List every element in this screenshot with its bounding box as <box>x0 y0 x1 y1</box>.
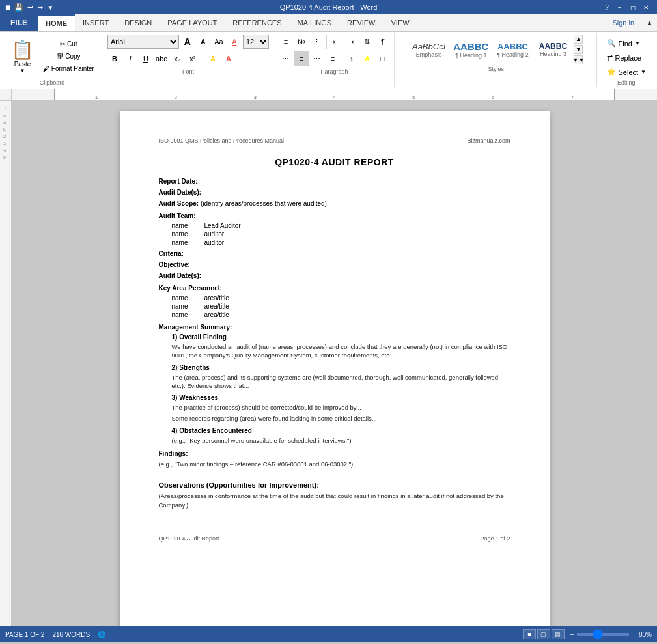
bullets-btn[interactable]: ≡ <box>279 35 293 49</box>
vertical-ruler: 1 2 3 4 5 6 7 8 <box>0 101 12 626</box>
list-item: name area/title <box>172 303 510 310</box>
increase-indent-btn[interactable]: ⇥ <box>344 35 359 49</box>
paste-dropdown-icon[interactable]: ▼ <box>20 68 25 74</box>
line-spacing-btn[interactable]: ↕ <box>344 51 359 66</box>
zoom-slider[interactable] <box>577 633 629 636</box>
audit-scope-field: Audit Scope: (identify areas/processes t… <box>159 200 510 207</box>
select-dropdown[interactable]: ▼ <box>641 69 646 75</box>
read-mode-btn[interactable]: ▢ <box>537 629 550 639</box>
horizontal-ruler: 1 2 3 4 5 6 7 <box>12 89 657 100</box>
document-area[interactable]: ISO 9001 QMS Policies and Procedures Man… <box>12 101 657 626</box>
italic-button[interactable]: I <box>123 51 137 66</box>
underline-button[interactable]: U <box>139 51 153 66</box>
quick-redo[interactable]: ↪ <box>37 3 43 12</box>
replace-button[interactable]: ⇄ Replace <box>602 51 651 64</box>
align-center-btn[interactable]: ≡ <box>294 51 309 66</box>
tab-design[interactable]: DESIGN <box>117 14 160 31</box>
font-color-btn[interactable]: A <box>221 51 236 66</box>
copy-button[interactable]: 🗐 Copy <box>40 51 98 62</box>
clipboard-label: Clipboard <box>40 79 65 86</box>
styles-scroll-down[interactable]: ▼ <box>574 45 583 54</box>
ruler-corner <box>0 89 12 100</box>
heading1-label: ¶ Heading 1 <box>455 52 486 59</box>
text-highlight-btn[interactable]: A <box>206 51 220 66</box>
format-painter-button[interactable]: 🖌 Format Painter <box>40 63 98 74</box>
overall-finding-heading: 1) Overall Finding <box>172 333 510 341</box>
style-heading2[interactable]: AABBC ¶ Heading 2 <box>493 40 532 60</box>
tab-references[interactable]: REFERENCES <box>225 14 289 31</box>
tab-view[interactable]: VIEW <box>384 14 417 31</box>
sort-btn[interactable]: ⇅ <box>360 35 374 49</box>
list-item: name area/title <box>172 294 510 301</box>
ribbon: FILE HOME INSERT DESIGN PAGE LAYOUT REFE… <box>0 14 657 32</box>
web-layout-btn[interactable]: ▤ <box>552 629 565 639</box>
styles-group: AaBbCcI Emphasis AABBC ¶ Heading 1 AABBC… <box>396 33 597 87</box>
style-heading1[interactable]: AABBC ¶ Heading 1 <box>450 39 492 61</box>
restore-btn[interactable]: ◻ <box>627 2 639 12</box>
font-group: Arial A A Aa A 12 B I U abc x₂ x² A A <box>104 33 273 87</box>
tab-page-layout[interactable]: PAGE LAYOUT <box>160 14 225 31</box>
justify-btn[interactable]: ≡ <box>326 51 340 66</box>
title-bar-left: ■ 💾 ↩ ↪ ▼ <box>5 2 53 12</box>
tab-mailings[interactable]: MAILINGS <box>290 14 340 31</box>
borders-btn[interactable]: □ <box>376 51 390 66</box>
list-item: name Lead Auditor <box>172 222 510 229</box>
zoom-in-btn[interactable]: + <box>632 630 636 639</box>
tab-review[interactable]: REVIEW <box>339 14 383 31</box>
font-grow-btn[interactable]: A <box>180 35 195 49</box>
decrease-indent-btn[interactable]: ⇤ <box>329 35 343 49</box>
quick-save[interactable]: 💾 <box>14 3 23 12</box>
strikethrough-btn[interactable]: abc <box>154 51 169 66</box>
objective-field: Objective: <box>159 261 510 268</box>
styles-scroll-up[interactable]: ▲ <box>574 35 583 44</box>
print-layout-btn[interactable]: ■ <box>523 629 536 639</box>
language-icon[interactable]: 🌐 <box>98 631 105 638</box>
align-right-btn[interactable]: ⋯ <box>310 51 324 66</box>
shading-btn[interactable]: A <box>360 51 374 66</box>
change-case-btn[interactable]: Aa <box>212 35 226 49</box>
quick-undo[interactable]: ↩ <box>27 3 33 12</box>
font-size-select[interactable]: 12 <box>243 35 269 49</box>
weaknesses-text1: The practice of (process) should be corr… <box>172 403 510 412</box>
superscript-btn[interactable]: x² <box>186 51 200 66</box>
emphasis-preview: AaBbCcI <box>412 42 445 51</box>
select-button[interactable]: ⭐ Select ▼ <box>602 66 651 78</box>
report-date-field: Report Date: <box>159 178 510 185</box>
file-tab[interactable]: FILE <box>0 14 38 31</box>
find-button[interactable]: 🔍 Find ▼ <box>602 37 651 49</box>
clear-formatting-btn[interactable]: A <box>227 35 242 49</box>
show-formatting-btn[interactable]: ¶ <box>376 35 390 49</box>
minimize-btn[interactable]: − <box>614 2 626 12</box>
strengths-heading: 2) Strengths <box>172 364 510 371</box>
align-left-btn[interactable]: ⋯ <box>279 51 293 66</box>
zoom-out-btn[interactable]: − <box>570 630 574 639</box>
multilevel-list-btn[interactable]: ⋮ <box>310 35 324 49</box>
findings-text: (e.g., "Two minor findings – reference C… <box>159 460 510 468</box>
help-icon[interactable]: ? <box>601 2 613 12</box>
audit-team-heading: Audit Team: <box>159 212 510 219</box>
subscript-btn[interactable]: x₂ <box>170 51 184 66</box>
styles-more[interactable]: ▼▼ <box>574 55 583 64</box>
key-area-list: name area/title name area/title name are… <box>172 294 510 318</box>
font-family-select[interactable]: Arial <box>107 35 179 49</box>
style-emphasis[interactable]: AaBbCcI Emphasis <box>409 40 449 60</box>
sign-in-btn[interactable]: Sign in <box>604 14 642 31</box>
paste-button[interactable]: 📋 Paste ▼ <box>7 36 38 77</box>
strengths-section: 2) Strengths The (area, process) and its… <box>172 364 510 391</box>
cut-button[interactable]: ✂ Cut <box>40 38 98 49</box>
tab-home[interactable]: HOME <box>38 14 75 31</box>
close-btn[interactable]: ✕ <box>640 2 652 12</box>
ribbon-collapse-btn[interactable]: ▲ <box>642 14 657 31</box>
find-dropdown[interactable]: ▼ <box>635 40 640 46</box>
header-left: ISO 9001 QMS Policies and Procedures Man… <box>159 137 285 144</box>
style-heading3[interactable]: AABBC Heading 3 <box>533 40 572 59</box>
numbering-btn[interactable]: № <box>294 35 309 49</box>
window-title: QP1020-4 Audit Report - Word <box>280 3 378 11</box>
list-item: name auditor <box>172 239 510 246</box>
font-shrink-btn[interactable]: A <box>196 35 210 49</box>
heading3-label: Heading 3 <box>540 51 566 57</box>
tab-insert[interactable]: INSERT <box>75 14 117 31</box>
quick-access-more[interactable]: ▼ <box>47 4 53 11</box>
page-header: ISO 9001 QMS Policies and Procedures Man… <box>159 137 510 144</box>
bold-button[interactable]: B <box>107 51 122 66</box>
